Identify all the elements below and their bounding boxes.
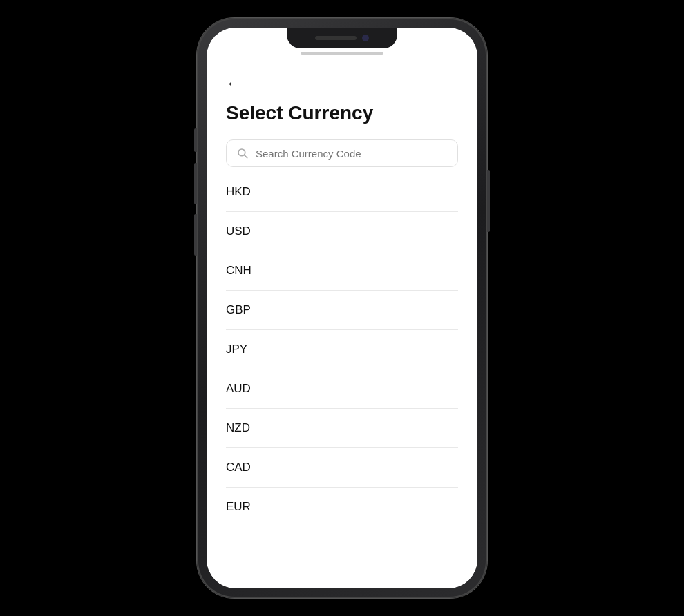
currency-item[interactable]: USD (226, 212, 458, 251)
front-camera (362, 35, 369, 41)
currency-item[interactable]: EUR (226, 488, 458, 526)
currency-item[interactable]: CAD (226, 448, 458, 488)
phone-screen: ← Select Currency HKDUSDCNHGBPJPYAUDNZDC… (207, 28, 477, 588)
search-box[interactable] (226, 139, 458, 167)
notch (287, 28, 397, 48)
currency-item[interactable]: HKD (226, 173, 458, 212)
power-button (487, 170, 490, 232)
currency-item[interactable]: AUD (226, 369, 458, 409)
svg-line-1 (245, 155, 247, 158)
currency-item[interactable]: GBP (226, 291, 458, 330)
phone-device: ← Select Currency HKDUSDCNHGBPJPYAUDNZDC… (197, 18, 487, 598)
volume-down-button (194, 214, 197, 256)
search-icon (236, 147, 249, 160)
page-title: Select Currency (226, 102, 458, 124)
back-button[interactable]: ← (226, 76, 458, 91)
speaker (315, 36, 357, 40)
app-inner: ← Select Currency HKDUSDCNHGBPJPYAUDNZDC… (207, 62, 477, 588)
currency-item[interactable]: JPY (226, 330, 458, 369)
currency-item[interactable]: CNH (226, 251, 458, 291)
search-input[interactable] (256, 148, 448, 160)
back-arrow-icon: ← (226, 76, 241, 91)
mute-button (194, 128, 197, 152)
app-screen: ← Select Currency HKDUSDCNHGBPJPYAUDNZDC… (207, 28, 477, 588)
scroll-indicator (301, 52, 383, 55)
currency-item[interactable]: NZD (226, 409, 458, 448)
currency-list: HKDUSDCNHGBPJPYAUDNZDCADEUR (226, 173, 458, 526)
volume-up-button (194, 163, 197, 204)
